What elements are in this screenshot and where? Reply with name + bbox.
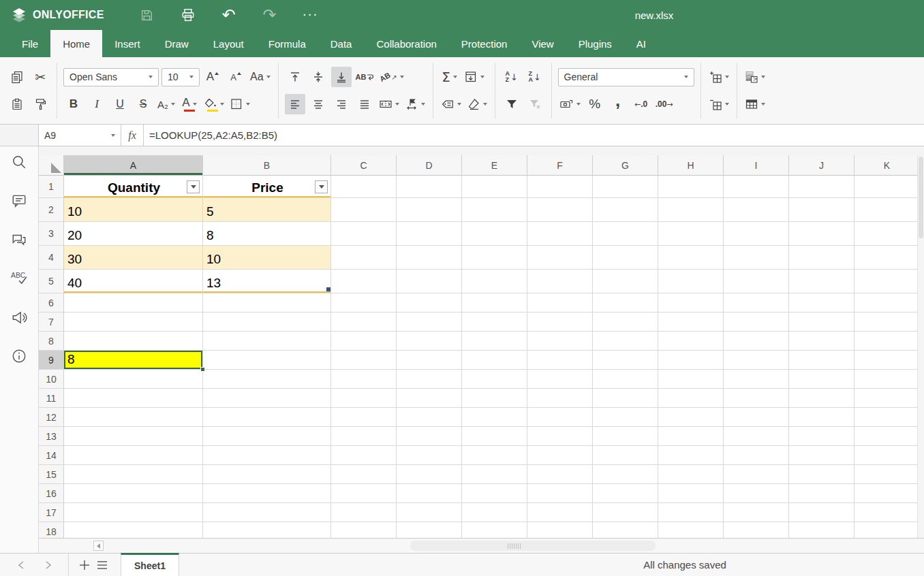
cell-f14[interactable] (527, 446, 593, 465)
cell-d6[interactable] (397, 293, 462, 313)
cell-h1[interactable] (658, 176, 724, 198)
cell-j3[interactable] (789, 222, 854, 246)
cell-d16[interactable] (397, 484, 462, 503)
cell-b7[interactable] (203, 313, 331, 332)
column-header-i[interactable]: I (724, 155, 789, 176)
menu-tab-ai[interactable]: AI (624, 30, 658, 57)
cell-g12[interactable] (593, 408, 658, 427)
menu-tab-formula[interactable]: Formula (256, 30, 318, 57)
wrap-text-button[interactable]: AB (354, 67, 376, 87)
menu-tab-layout[interactable]: Layout (201, 30, 256, 57)
justify-button[interactable] (354, 94, 375, 114)
cell-a16[interactable] (64, 484, 203, 503)
feedback-button[interactable] (5, 304, 33, 331)
cell-f12[interactable] (527, 408, 593, 427)
cell-g13[interactable] (593, 427, 658, 446)
cell-g1[interactable] (593, 176, 658, 198)
cell-i16[interactable] (724, 484, 789, 503)
cell-h18[interactable] (658, 522, 724, 538)
row-header-9[interactable]: 9 (39, 351, 64, 370)
cell-f11[interactable] (527, 389, 593, 408)
cell-b10[interactable] (203, 370, 331, 389)
cell-e1[interactable] (462, 176, 527, 198)
cell-f17[interactable] (527, 503, 593, 522)
column-header-j[interactable]: J (789, 155, 854, 176)
paste-button[interactable] (7, 94, 27, 114)
cell-e2[interactable] (462, 198, 527, 222)
cell-b5[interactable]: 13 (203, 270, 331, 293)
redo-button[interactable]: ↷ (258, 5, 281, 25)
cell-k12[interactable] (854, 408, 920, 427)
cell-e9[interactable] (462, 351, 527, 370)
strikeout-button[interactable]: S (133, 94, 153, 114)
cell-h13[interactable] (658, 427, 724, 446)
cell-c5[interactable] (331, 270, 397, 293)
cell-f18[interactable] (527, 522, 593, 538)
font-color-button[interactable]: A (179, 94, 200, 114)
cell-f7[interactable] (527, 313, 593, 332)
decrease-font-button[interactable]: A (226, 67, 246, 87)
font-size-select[interactable]: 10 (161, 68, 200, 86)
cell-d9[interactable] (397, 351, 462, 370)
named-ranges-button[interactable] (440, 94, 463, 114)
cell-j10[interactable] (789, 370, 854, 389)
column-header-h[interactable]: H (658, 155, 724, 176)
select-all-corner[interactable] (39, 155, 64, 176)
cell-e8[interactable] (462, 332, 527, 351)
scroll-left-button[interactable] (93, 541, 104, 551)
column-header-a[interactable]: A (64, 155, 203, 176)
cell-f16[interactable] (527, 484, 593, 503)
cell-f1[interactable] (527, 176, 593, 198)
cell-d7[interactable] (397, 313, 462, 332)
row-header-6[interactable]: 6 (39, 293, 64, 313)
cell-j8[interactable] (789, 332, 854, 351)
percent-style-button[interactable]: % (585, 94, 605, 114)
row-header-1[interactable]: 1 (39, 176, 64, 198)
row-header-2[interactable]: 2 (39, 198, 64, 222)
cell-b17[interactable] (203, 503, 331, 522)
cell-j12[interactable] (789, 408, 854, 427)
cell-d8[interactable] (397, 332, 462, 351)
cell-f4[interactable] (527, 246, 593, 270)
cell-e7[interactable] (462, 313, 527, 332)
horizontal-scrollbar-thumb[interactable] (410, 541, 656, 551)
cell-g17[interactable] (593, 503, 658, 522)
about-button[interactable] (5, 342, 33, 370)
row-header-18[interactable]: 18 (39, 522, 64, 538)
cell-j4[interactable] (789, 246, 854, 270)
cell-e10[interactable] (462, 370, 527, 389)
cell-k17[interactable] (854, 503, 920, 522)
cell-i5[interactable] (724, 270, 789, 293)
row-header-4[interactable]: 4 (39, 246, 64, 270)
cell-e11[interactable] (462, 389, 527, 408)
cell-b13[interactable] (203, 427, 331, 446)
cell-c3[interactable] (331, 222, 397, 246)
cell-b8[interactable] (203, 332, 331, 351)
cell-k15[interactable] (854, 465, 920, 484)
cell-b16[interactable] (203, 484, 331, 503)
cell-d5[interactable] (397, 270, 462, 293)
cell-d11[interactable] (397, 389, 462, 408)
cell-a13[interactable] (64, 427, 203, 446)
cell-b3[interactable]: 8 (203, 222, 331, 246)
cell-k1[interactable] (854, 176, 920, 198)
cell-h6[interactable] (658, 293, 724, 313)
menu-tab-draw[interactable]: Draw (153, 30, 201, 57)
cell-c11[interactable] (331, 389, 397, 408)
cell-e5[interactable] (462, 270, 527, 293)
cell-a5[interactable]: 40 (64, 270, 203, 293)
save-button[interactable] (136, 5, 159, 25)
cell-g16[interactable] (593, 484, 658, 503)
menu-tab-collaboration[interactable]: Collaboration (364, 30, 448, 57)
cell-k18[interactable] (854, 522, 920, 538)
cell-i13[interactable] (724, 427, 789, 446)
cell-d1[interactable] (397, 176, 462, 198)
cell-a14[interactable] (64, 446, 203, 465)
accounting-style-button[interactable] (558, 94, 582, 114)
cell-k8[interactable] (854, 332, 920, 351)
cell-a1[interactable]: Quantity (64, 176, 203, 198)
cell-h7[interactable] (658, 313, 724, 332)
cell-k10[interactable] (854, 370, 920, 389)
cell-f5[interactable] (527, 270, 593, 293)
cell-c15[interactable] (331, 465, 397, 484)
